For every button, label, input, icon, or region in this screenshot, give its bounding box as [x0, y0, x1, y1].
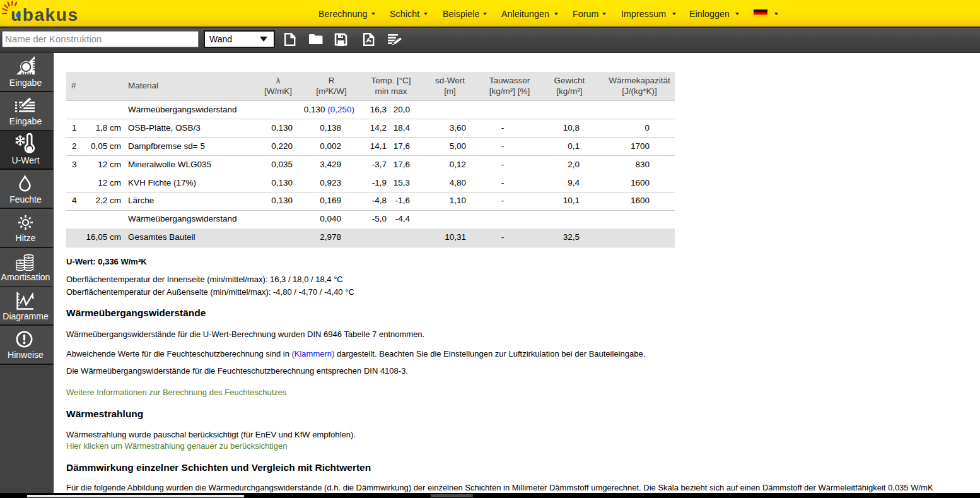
svg-text:ubakus: ubakus: [11, 5, 79, 25]
